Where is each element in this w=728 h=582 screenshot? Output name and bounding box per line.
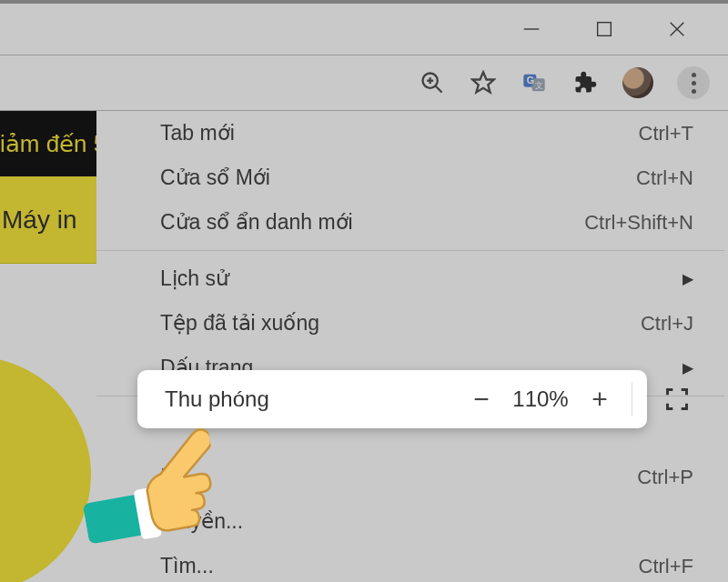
chevron-right-icon: ▶ [682, 359, 693, 376]
menu-separator [96, 250, 724, 251]
menu-shortcut: Ctrl+J [641, 312, 693, 336]
svg-rect-1 [598, 23, 612, 36]
menu-label: Tệp đã tải xuống [160, 311, 319, 336]
menu-item-new-tab[interactable]: Tab mới Ctrl+T [96, 111, 724, 156]
menu-shortcut: Ctrl+Shift+N [584, 211, 693, 235]
menu-item-new-window[interactable]: Cửa sổ Mới Ctrl+N [96, 156, 724, 200]
menu-label: Cửa sổ ẩn danh mới [160, 210, 353, 235]
fullscreen-icon[interactable] [664, 386, 690, 416]
translate-icon[interactable]: G 文 [521, 69, 548, 96]
promo-banner-dark: iảm đến 5 [0, 111, 96, 176]
zoom-value: 110% [504, 386, 577, 412]
menu-label: Tìm... [160, 554, 214, 578]
menu-shortcut: Ctrl+N [636, 166, 693, 190]
menu-label: Tab mới [160, 121, 235, 146]
kebab-menu-button[interactable] [677, 66, 710, 99]
star-icon[interactable] [470, 69, 497, 96]
menu-shortcut: Ctrl+T [639, 122, 694, 146]
svg-marker-8 [472, 72, 493, 92]
close-button[interactable] [666, 18, 688, 40]
profile-avatar[interactable] [622, 67, 653, 98]
menu-item-history[interactable]: Lịch sử ▶ [96, 256, 724, 301]
zoom-in-button[interactable]: + [577, 386, 622, 413]
tutorial-pointer-hand-icon [67, 393, 226, 555]
menu-item-downloads[interactable]: Tệp đã tải xuống Ctrl+J [96, 301, 724, 346]
extensions-icon[interactable] [571, 69, 599, 96]
svg-line-5 [436, 86, 442, 93]
browser-toolbar: G 文 [0, 55, 728, 111]
chevron-right-icon: ▶ [682, 270, 693, 287]
menu-item-incognito[interactable]: Cửa sổ ẩn danh mới Ctrl+Shift+N [96, 200, 724, 245]
menu-item-find[interactable]: Tìm... Ctrl+F [96, 544, 724, 582]
maximize-button[interactable] [593, 18, 615, 40]
divider [632, 382, 632, 416]
menu-shortcut: Ctrl+F [639, 555, 694, 578]
promo-banner-yellow: Máy in [0, 176, 96, 264]
menu-label: Cửa sổ Mới [160, 166, 270, 190]
svg-text:文: 文 [535, 81, 543, 90]
menu-shortcut: Ctrl+P [637, 466, 693, 489]
page-content-strip: iảm đến 5 Máy in [0, 111, 96, 582]
minimize-button[interactable] [521, 18, 542, 40]
window-titlebar [0, 4, 728, 55]
menu-label: Lịch sử [160, 266, 229, 291]
zoom-out-button[interactable]: − [459, 386, 504, 413]
zoom-control-highlight: Thu phóng − 110% + [137, 370, 647, 428]
zoom-in-icon[interactable] [419, 69, 446, 96]
svg-text:G: G [527, 75, 534, 85]
